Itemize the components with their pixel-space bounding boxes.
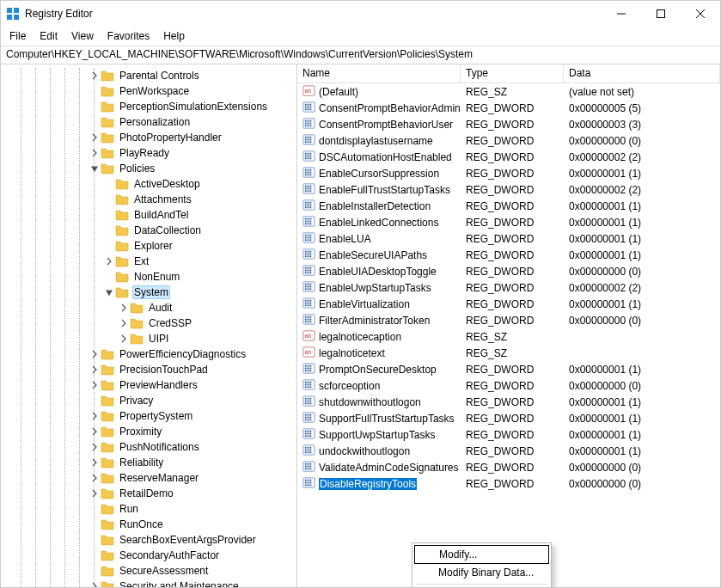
expand-icon[interactable] bbox=[89, 365, 101, 374]
tree-item[interactable]: UIPI bbox=[1, 331, 296, 346]
expand-icon[interactable] bbox=[89, 350, 101, 358]
tree-item[interactable]: Personalization bbox=[1, 114, 296, 130]
expand-icon[interactable] bbox=[89, 443, 101, 451]
value-row[interactable]: SupportUwpStartupTasksREG_DWORD0x0000000… bbox=[297, 426, 720, 443]
minimize-button[interactable] bbox=[602, 1, 641, 27]
folder-icon bbox=[101, 101, 114, 113]
value-row[interactable]: EnableSecureUIAPathsREG_DWORD0x00000001 … bbox=[297, 247, 720, 263]
menu-favorites[interactable]: Favorites bbox=[107, 30, 150, 42]
value-row[interactable]: EnableFullTrustStartupTasksREG_DWORD0x00… bbox=[297, 181, 720, 198]
menu-edit[interactable]: Edit bbox=[40, 30, 58, 42]
value-row[interactable]: ablegalnoticecaptionREG_SZ bbox=[297, 328, 720, 345]
menu-view[interactable]: View bbox=[71, 30, 94, 42]
expand-icon[interactable] bbox=[118, 319, 130, 328]
close-button[interactable] bbox=[681, 1, 720, 27]
tree-item[interactable]: PerceptionSimulationExtensions bbox=[1, 99, 296, 114]
value-row[interactable]: PromptOnSecureDesktopREG_DWORD0x00000001… bbox=[297, 361, 720, 377]
expand-icon[interactable] bbox=[89, 164, 101, 173]
tree-item[interactable]: RunOnce bbox=[1, 517, 296, 532]
value-icon bbox=[302, 427, 315, 443]
expand-icon[interactable] bbox=[89, 489, 101, 498]
tree-item[interactable]: PrecisionTouchPad bbox=[1, 362, 296, 377]
expand-icon[interactable] bbox=[89, 582, 101, 587]
value-row[interactable]: DSCAutomationHostEnabledREG_DWORD0x00000… bbox=[297, 149, 720, 165]
expand-icon[interactable] bbox=[89, 133, 101, 142]
expand-icon[interactable] bbox=[118, 303, 130, 312]
address-bar[interactable]: Computer\HKEY_LOCAL_MACHINE\SOFTWARE\Mic… bbox=[1, 46, 720, 64]
value-row[interactable]: shutdownwithoutlogonREG_DWORD0x00000001 … bbox=[297, 394, 720, 410]
tree-item[interactable]: Privacy bbox=[1, 393, 296, 408]
expand-icon[interactable] bbox=[89, 381, 101, 389]
tree-item[interactable]: PhotoPropertyHandler bbox=[1, 130, 296, 145]
tree-item[interactable]: ActiveDesktop bbox=[1, 176, 296, 192]
value-row[interactable]: ab(Default)REG_SZ(value not set) bbox=[297, 83, 720, 100]
column-data[interactable]: Data bbox=[564, 64, 720, 83]
expand-icon[interactable] bbox=[118, 334, 130, 343]
value-row[interactable]: SupportFullTrustStartupTasksREG_DWORD0x0… bbox=[297, 410, 720, 426]
column-name[interactable]: Name bbox=[297, 64, 461, 83]
menu-file[interactable]: File bbox=[9, 30, 26, 42]
expand-icon[interactable] bbox=[89, 71, 101, 80]
tree-item[interactable]: PlayReady bbox=[1, 145, 296, 161]
value-row[interactable]: ablegalnoticetextREG_SZ bbox=[297, 345, 720, 361]
value-row[interactable]: EnableLinkedConnectionsREG_DWORD0x000000… bbox=[297, 214, 720, 230]
tree-item[interactable]: CredSSP bbox=[1, 315, 296, 331]
tree-item[interactable]: SecondaryAuthFactor bbox=[1, 548, 296, 563]
tree-item[interactable]: Reliability bbox=[1, 455, 296, 470]
tree-pane[interactable]: Parental ControlsPenWorkspacePerceptionS… bbox=[1, 64, 297, 587]
menu-help[interactable]: Help bbox=[163, 30, 185, 42]
tree-item[interactable]: ReserveManager bbox=[1, 470, 296, 486]
value-row[interactable]: ValidateAdminCodeSignaturesREG_DWORD0x00… bbox=[297, 459, 720, 475]
value-row[interactable]: dontdisplaylastusernameREG_DWORD0x000000… bbox=[297, 132, 720, 149]
details-pane[interactable]: Name Type Data ab(Default)REG_SZ(value n… bbox=[297, 64, 720, 587]
tree-item[interactable]: NonEnum bbox=[1, 269, 296, 285]
ctx-modify-binary[interactable]: Modify Binary Data... bbox=[414, 564, 549, 581]
svg-rect-28 bbox=[308, 125, 309, 126]
tree-item[interactable]: Attachments bbox=[1, 192, 296, 207]
tree-item[interactable]: Proximity bbox=[1, 424, 296, 439]
tree-item[interactable]: System bbox=[1, 285, 296, 300]
tree-item[interactable]: RetailDemo bbox=[1, 486, 296, 501]
tree-item[interactable]: DataCollection bbox=[1, 223, 296, 238]
tree-item[interactable]: SearchBoxEventArgsProvider bbox=[1, 532, 296, 548]
value-data: 0x00000001 (1) bbox=[564, 445, 720, 457]
tree-item[interactable]: PushNotifications bbox=[1, 439, 296, 455]
tree-item[interactable]: PenWorkspace bbox=[1, 83, 296, 99]
ctx-modify[interactable]: Modify... bbox=[414, 545, 549, 564]
expand-icon[interactable] bbox=[89, 412, 101, 420]
tree-item[interactable]: Audit bbox=[1, 300, 296, 315]
expand-icon[interactable] bbox=[103, 257, 115, 266]
tree-item[interactable]: Parental Controls bbox=[1, 68, 296, 83]
value-row[interactable]: EnableVirtualizationREG_DWORD0x00000001 … bbox=[297, 296, 720, 312]
value-row[interactable]: FilterAdministratorTokenREG_DWORD0x00000… bbox=[297, 312, 720, 328]
tree-item[interactable]: Ext bbox=[1, 254, 296, 269]
svg-rect-66 bbox=[309, 187, 311, 189]
tree-item[interactable]: PreviewHandlers bbox=[1, 377, 296, 393]
tree-item[interactable]: PowerEfficiencyDiagnostics bbox=[1, 346, 296, 362]
expand-icon[interactable] bbox=[89, 149, 101, 157]
tree-item[interactable]: Policies bbox=[1, 161, 296, 176]
tree-item[interactable]: PropertySystem bbox=[1, 408, 296, 424]
value-row[interactable]: EnableInstallerDetectionREG_DWORD0x00000… bbox=[297, 198, 720, 214]
expand-icon[interactable] bbox=[103, 288, 115, 297]
tree-item[interactable]: Explorer bbox=[1, 238, 296, 254]
tree-item[interactable]: BuildAndTel bbox=[1, 207, 296, 223]
expand-icon[interactable] bbox=[89, 427, 101, 436]
value-row[interactable]: DisableRegistryToolsREG_DWORD0x00000000 … bbox=[297, 475, 720, 492]
value-row[interactable]: ConsentPromptBehaviorAdminREG_DWORD0x000… bbox=[297, 100, 720, 116]
value-row[interactable]: EnableUwpStartupTasksREG_DWORD0x00000002… bbox=[297, 279, 720, 296]
value-row[interactable]: scforceoptionREG_DWORD0x00000000 (0) bbox=[297, 377, 720, 394]
value-row[interactable]: undockwithoutlogonREG_DWORD0x00000001 (1… bbox=[297, 443, 720, 459]
value-row[interactable]: EnableCursorSuppressionREG_DWORD0x000000… bbox=[297, 165, 720, 181]
folder-icon bbox=[101, 580, 114, 587]
maximize-button[interactable] bbox=[641, 1, 681, 27]
tree-item[interactable]: Security and Maintenance bbox=[1, 579, 296, 587]
value-row[interactable]: ConsentPromptBehaviorUserREG_DWORD0x0000… bbox=[297, 116, 720, 132]
expand-icon[interactable] bbox=[89, 474, 101, 482]
tree-item[interactable]: Run bbox=[1, 501, 296, 517]
value-row[interactable]: EnableUIADesktopToggleREG_DWORD0x0000000… bbox=[297, 263, 720, 279]
expand-icon[interactable] bbox=[89, 458, 101, 467]
value-row[interactable]: EnableLUAREG_DWORD0x00000001 (1) bbox=[297, 230, 720, 247]
tree-item[interactable]: SecureAssessment bbox=[1, 563, 296, 579]
column-type[interactable]: Type bbox=[461, 64, 564, 83]
